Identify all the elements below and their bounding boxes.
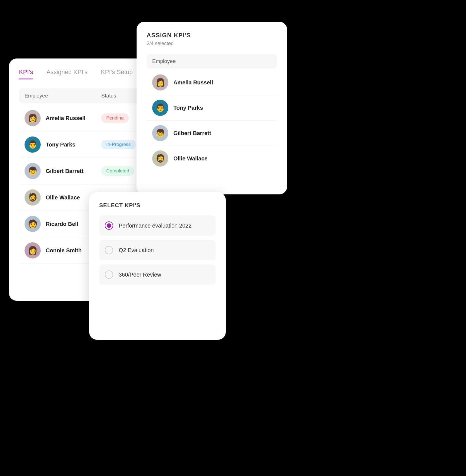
list-item[interactable]: 🧔 Ollie Wallace [147,146,277,171]
radio-button-selected[interactable] [105,221,113,230]
avatar: 👨 [152,100,168,116]
employee-info: 👦 Gilbert Barrett [25,163,101,179]
tab-assigned-kpis[interactable]: Assigned KPI's [47,69,88,79]
employee-name: Tony Parks [46,141,75,148]
assign-subtitle: 2/4 selected [147,41,277,47]
select-kpi-title: SELECT KPI'S [99,202,216,209]
avatar: 👩 [25,242,41,258]
avatar: 👦 [152,125,168,141]
kpi-option-label: Q2 Evaluation [119,247,154,253]
employee-name: Tony Parks [173,105,203,111]
employee-info: 👨 Tony Parks [25,136,101,153]
employee-name: Gilbert Barrett [46,168,84,174]
employee-name: Ollie Wallace [173,155,208,162]
employee-info: 👩 Amelia Russell [25,110,101,126]
assign-table-header: Employee [147,54,277,68]
assign-kpi-card: ASSIGN KPI'S 2/4 selected Employee 👩 Ame… [137,22,287,194]
avatar: 🧔 [25,189,41,206]
avatar: 👩 [25,110,41,126]
radio-button[interactable] [105,270,113,279]
employee-name: Ricardo Bell [46,221,78,227]
status-badge: Completed [101,166,134,176]
tab-kpis-setup[interactable]: KPI's Setup [101,69,133,79]
list-item[interactable]: 👦 Gilbert Barrett [147,121,277,146]
list-item[interactable]: 👨 Tony Parks [147,95,277,121]
list-item[interactable]: 👩 Amelia Russell [147,70,277,95]
radio-button[interactable] [105,246,113,254]
avatar: 👦 [25,163,41,179]
avatar: 🧔 [152,150,168,167]
employee-name: Amelia Russell [46,115,85,121]
col-employee: Employee [25,93,101,99]
assign-title: ASSIGN KPI'S [147,32,277,39]
employee-name: Ollie Wallace [46,194,80,201]
radio-inner-dot [107,223,111,228]
employee-name: Gilbert Barrett [173,130,211,136]
kpi-option-label: 360/Peer Review [119,272,161,278]
select-kpi-card: SELECT KPI'S Performance evaluation 2022… [89,192,226,340]
kpi-option-item[interactable]: Performance evaluation 2022 [99,215,216,236]
avatar: 👨 [25,136,41,153]
avatar: 👩 [152,74,168,91]
status-badge: In-Progress [101,140,136,149]
status-badge: Pending [101,113,128,123]
kpi-option-list: Performance evaluation 2022 Q2 Evaluatio… [99,215,216,285]
kpi-option-item[interactable]: Q2 Evaluation [99,240,216,260]
assign-employee-list: 👩 Amelia Russell 👨 Tony Parks 👦 Gilbert … [147,70,277,171]
kpi-option-item[interactable]: 360/Peer Review [99,264,216,285]
avatar: 🧑 [25,216,41,232]
tab-kpis[interactable]: KPI's [19,69,33,79]
employee-name: Connie Smith [46,247,82,254]
kpi-option-label: Performance evaluation 2022 [119,223,191,229]
employee-name: Amelia Russell [173,79,213,86]
